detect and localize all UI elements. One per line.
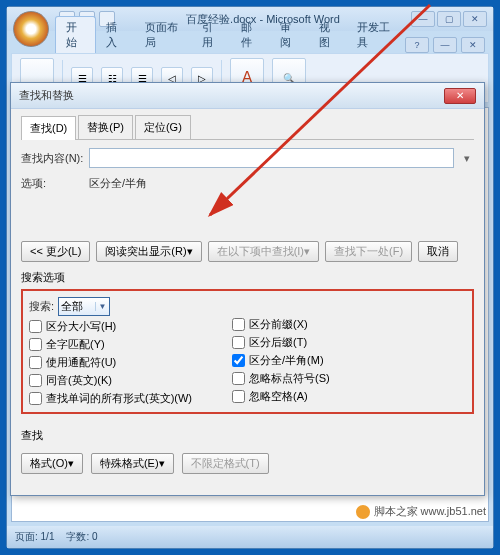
ribbon-tab-mailings[interactable]: 邮件 [231,17,270,53]
ribbon-tab-view[interactable]: 视图 [309,17,348,53]
search-direction-select[interactable]: 全部▼ [58,297,110,316]
dialog-tabs: 查找(D) 替换(P) 定位(G) [21,115,474,140]
reading-highlight-button[interactable]: 阅读突出显示(R)▾ [96,241,201,262]
find-in-button[interactable]: 在以下项中查找(I)▾ [208,241,319,262]
dialog-title-bar[interactable]: 查找和替换 ✕ [11,83,484,109]
ribbon-tab-layout[interactable]: 页面布局 [135,17,193,53]
dialog-close-button[interactable]: ✕ [444,88,476,104]
ribbon-tab-developer[interactable]: 开发工具 [347,17,405,53]
tab-replace[interactable]: 替换(P) [78,115,133,139]
tab-find[interactable]: 查找(D) [21,116,76,140]
maximize-button[interactable]: ▢ [437,11,461,27]
watermark-icon [356,505,370,519]
tab-goto[interactable]: 定位(G) [135,115,191,139]
checkbox-match-case[interactable]: 区分大小写(H) [29,319,192,334]
checkbox-prefix[interactable]: 区分前缀(X) [232,317,330,332]
checkbox-wildcards[interactable]: 使用通配符(U) [29,355,192,370]
search-direction-label: 搜索: [29,299,54,314]
checkbox-all-forms[interactable]: 查找单词的所有形式(英文)(W) [29,391,192,406]
checkbox-suffix[interactable]: 区分后缀(T) [232,335,330,350]
cancel-button[interactable]: 取消 [418,241,458,262]
find-next-button[interactable]: 查找下一处(F) [325,241,412,262]
options-value: 区分全/半角 [89,176,147,191]
checkbox-whole-word[interactable]: 全字匹配(Y) [29,337,192,352]
ribbon-tabs: 开始 插入 页面布局 引用 邮件 审阅 视图 开发工具 ? — ✕ [7,31,493,53]
checkbox-sounds-like[interactable]: 同音(英文)(K) [29,373,192,388]
ribbon-mdi-min-icon[interactable]: — [433,37,457,53]
minimize-button[interactable]: — [411,11,435,27]
search-options-label: 搜索选项 [21,270,474,285]
options-label: 选项: [21,176,83,191]
ribbon-tab-insert[interactable]: 插入 [96,17,135,53]
checkbox-ignore-space[interactable]: 忽略空格(A) [232,389,330,404]
ribbon-tab-home[interactable]: 开始 [55,16,96,53]
find-replace-dialog: 查找和替换 ✕ 查找(D) 替换(P) 定位(G) 查找内容(N): ▾ 选项:… [10,82,485,496]
find-content-label: 查找内容(N): [21,151,83,166]
ribbon-mdi-close-icon[interactable]: ✕ [461,37,485,53]
watermark: 脚本之家 www.jb51.net [356,504,486,519]
ribbon-tab-references[interactable]: 引用 [192,17,231,53]
find-section-label: 查找 [21,428,474,443]
dialog-title: 查找和替换 [19,88,74,103]
status-page: 页面: 1/1 [15,530,54,544]
ribbon-help-icon[interactable]: ? [405,37,429,53]
checkbox-width[interactable]: 区分全/半角(M) [232,353,330,368]
special-format-button[interactable]: 特殊格式(E)▾ [91,453,174,474]
find-content-input[interactable] [89,148,454,168]
status-bar: 页面: 1/1 字数: 0 [7,526,493,548]
chevron-down-icon: ▼ [95,302,109,311]
format-button[interactable]: 格式(O)▾ [21,453,83,474]
no-format-button[interactable]: 不限定格式(T) [182,453,269,474]
checkbox-ignore-punct[interactable]: 忽略标点符号(S) [232,371,330,386]
status-words: 字数: 0 [66,530,97,544]
ribbon-tab-review[interactable]: 审阅 [270,17,309,53]
find-dropdown-icon[interactable]: ▾ [460,152,474,165]
less-button[interactable]: << 更少(L) [21,241,90,262]
close-button[interactable]: ✕ [463,11,487,27]
search-options-panel: 搜索: 全部▼ 区分大小写(H) 全字匹配(Y) 使用通配符(U) 同音(英文)… [21,289,474,414]
office-button[interactable] [13,11,49,47]
